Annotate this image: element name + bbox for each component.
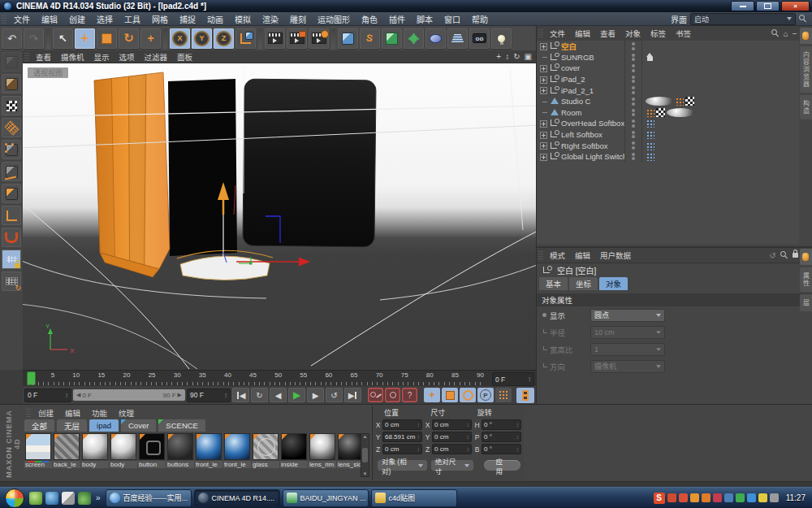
material-tab[interactable]: SCENCE: [158, 419, 205, 432]
object-manager-menu-item[interactable]: 书签: [671, 28, 696, 39]
object-manager-menu-item[interactable]: 查看: [595, 28, 620, 39]
object-tag-icon[interactable]: [646, 152, 654, 161]
points-mode-button[interactable]: [2, 140, 21, 159]
attribute-menu-item[interactable]: 模式: [545, 250, 570, 261]
rotate-tool[interactable]: ↻: [119, 28, 139, 49]
material-thumbnail[interactable]: [82, 433, 108, 460]
coordinate-input[interactable]: 0 ° ↕: [482, 444, 521, 454]
search-icon[interactable]: [799, 15, 807, 23]
attribute-control[interactable]: 1: [590, 343, 665, 356]
expand-toggle-icon[interactable]: [539, 119, 547, 128]
material-tab[interactable]: Cover: [121, 419, 156, 432]
visibility-dots[interactable]: [624, 118, 642, 129]
viewport-menu-item[interactable]: 摄像机: [56, 51, 89, 63]
object-tag-icon[interactable]: [646, 141, 654, 150]
object-name[interactable]: RIght Softbox: [561, 141, 624, 150]
material-thumbnail[interactable]: [196, 433, 222, 460]
attribute-menu-item[interactable]: 编辑: [570, 250, 595, 261]
expand-toggle-icon[interactable]: [539, 53, 547, 61]
ipad-model-center[interactable]: [168, 79, 237, 256]
add-light-button[interactable]: [491, 28, 512, 49]
object-name[interactable]: Studio C: [561, 97, 624, 106]
lock-x-axis[interactable]: X: [170, 28, 190, 49]
tray-icon[interactable]: [679, 493, 688, 502]
tray-icon[interactable]: [713, 493, 722, 502]
object-tag-icon[interactable]: [656, 108, 665, 117]
object-row[interactable]: SUNRGB: [537, 52, 799, 63]
current-frame-spinner[interactable]: 0 F↕: [24, 389, 71, 402]
expand-toggle-icon[interactable]: [539, 86, 547, 94]
coordinate-input[interactable]: 0 cm ↕: [382, 419, 422, 430]
tray-icon[interactable]: [770, 493, 779, 502]
object-row[interactable]: Studio C: [537, 96, 799, 107]
viewport-menu-item[interactable]: 面板: [172, 51, 197, 63]
tray-icon[interactable]: [702, 493, 710, 502]
menu-item[interactable]: 动画: [201, 13, 229, 25]
render-settings-button[interactable]: [309, 28, 329, 49]
attribute-menu-item[interactable]: 用户数据: [595, 250, 636, 261]
object-name[interactable]: cover: [561, 63, 624, 72]
edges-mode-button[interactable]: [2, 162, 21, 181]
object-tag-icon[interactable]: [646, 97, 673, 106]
am-history-icon[interactable]: ↺: [769, 251, 775, 260]
smart-cover-model[interactable]: [94, 72, 170, 277]
material-item[interactable]: button: [138, 433, 166, 468]
material-menu-item[interactable]: 功能: [86, 407, 113, 419]
object-row[interactable]: iPad_2: [537, 74, 799, 85]
attribute-control[interactable]: 10 cm: [590, 326, 665, 339]
object-name[interactable]: 空白: [561, 41, 624, 52]
visibility-dots[interactable]: [624, 129, 642, 141]
object-tag-icon[interactable]: [667, 108, 694, 117]
material-item[interactable]: body: [81, 433, 109, 468]
attribute-tab[interactable]: 对象: [599, 277, 628, 290]
lock-z-axis[interactable]: Z: [214, 28, 234, 49]
workplane-mode-button[interactable]: [2, 118, 21, 137]
object-tag-icon[interactable]: [685, 97, 694, 106]
material-thumbnail[interactable]: [281, 433, 307, 460]
material-menu-item[interactable]: 编辑: [59, 407, 86, 419]
scroll-thumb[interactable]: [362, 448, 368, 462]
tray-icon[interactable]: [747, 493, 756, 502]
material-tab[interactable]: ipad: [89, 419, 119, 432]
undo-button[interactable]: ↶: [2, 28, 22, 49]
object-manager-menu-item[interactable]: 编辑: [570, 28, 595, 39]
redo-button[interactable]: ↷: [24, 28, 44, 49]
expand-toggle-icon[interactable]: [539, 98, 547, 106]
material-item[interactable]: glass: [252, 433, 279, 468]
material-item[interactable]: lens_rim: [309, 433, 336, 468]
polygons-mode-button[interactable]: [2, 184, 21, 203]
coordinate-input[interactable]: 0 cm ↕: [382, 444, 422, 454]
taskbar-task[interactable]: BAIDU_JINGYAN ...: [283, 489, 369, 507]
object-name[interactable]: Left Softbox: [561, 130, 624, 139]
material-thumbnail[interactable]: [167, 433, 193, 460]
menu-item[interactable]: 编辑: [36, 13, 63, 25]
move-tool[interactable]: +: [75, 28, 95, 49]
key-position-toggle[interactable]: +: [424, 388, 440, 402]
am-lock-icon[interactable]: [793, 253, 798, 258]
timeline-ruler[interactable]: 051015202530354045505560657075808590 0 F…: [23, 370, 536, 386]
material-item[interactable]: front_le: [195, 433, 222, 468]
viewport-menu-item[interactable]: 选项: [114, 51, 140, 63]
viewport-canvas[interactable]: Y X: [23, 63, 536, 370]
frame-range-slider[interactable]: ◀ 0 F 90 F ▶: [73, 389, 185, 401]
dock-tab[interactable]: 构造: [800, 95, 812, 119]
expand-toggle-icon[interactable]: [539, 76, 547, 84]
coordinate-mode-dropdown[interactable]: 对象 (相对): [378, 460, 427, 471]
add-generator-button[interactable]: [382, 28, 402, 49]
expand-toggle-icon[interactable]: [539, 131, 547, 139]
size-mode-dropdown[interactable]: 绝对尺寸: [431, 460, 474, 471]
viewport-pan-icon[interactable]: +: [496, 52, 501, 61]
object-manager-menu-item[interactable]: 对象: [620, 28, 646, 39]
menu-item[interactable]: 帮助: [466, 13, 494, 25]
attribute-control[interactable]: 圆点: [590, 309, 665, 322]
quicklaunch-icon[interactable]: [29, 492, 42, 505]
objects-tab[interactable]: [800, 28, 812, 44]
object-name[interactable]: SUNRGB: [561, 53, 624, 62]
am-search-icon[interactable]: [780, 251, 788, 259]
expand-toggle-icon[interactable]: [539, 108, 547, 116]
menu-item[interactable]: 工具: [119, 13, 146, 25]
previous-frame-button[interactable]: ◀: [270, 388, 287, 402]
om-search-icon[interactable]: [771, 29, 780, 37]
menu-item[interactable]: 文件: [8, 13, 36, 25]
menu-item[interactable]: 创建: [63, 13, 91, 25]
